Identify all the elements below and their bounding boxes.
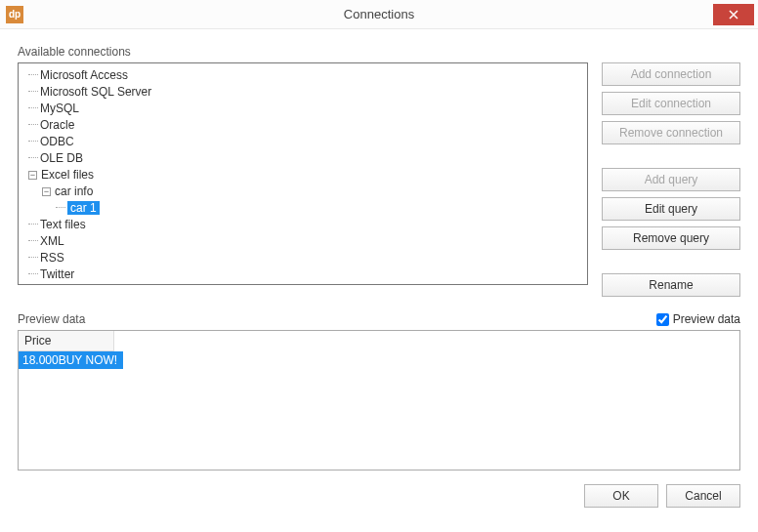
collapse-icon[interactable]: − xyxy=(42,187,51,196)
preview-data-checkbox-wrap[interactable]: Preview data xyxy=(656,312,740,326)
tree-item[interactable]: MySQL xyxy=(28,101,581,117)
ok-button[interactable]: OK xyxy=(584,484,658,508)
preview-data-label: Preview data xyxy=(18,312,85,326)
remove-query-button[interactable]: Remove query xyxy=(602,226,740,250)
connections-tree[interactable]: Microsoft Access Microsoft SQL Server My… xyxy=(18,62,588,285)
tree-item-carinfo[interactable]: −car info car 1 xyxy=(42,184,581,217)
tree-item-excel[interactable]: −Excel files −car info car 1 xyxy=(28,167,581,217)
tree-item[interactable]: Twitter xyxy=(28,266,581,283)
dialog-footer: OK Cancel xyxy=(18,484,740,508)
add-connection-button[interactable]: Add connection xyxy=(602,62,740,86)
available-connections-label: Available connections xyxy=(18,45,740,59)
cancel-button[interactable]: Cancel xyxy=(666,484,740,508)
tree-item[interactable]: ODBC xyxy=(28,134,581,150)
tree-item[interactable]: Microsoft SQL Server xyxy=(28,84,581,101)
preview-data-checkbox-label: Preview data xyxy=(673,312,740,326)
window-title: Connections xyxy=(0,7,758,21)
tree-item[interactable]: Oracle xyxy=(28,117,581,134)
action-buttons: Add connection Edit connection Remove co… xyxy=(602,62,740,297)
collapse-icon[interactable]: − xyxy=(28,171,37,180)
tree-item[interactable]: XML xyxy=(28,233,581,250)
rename-button[interactable]: Rename xyxy=(602,273,740,297)
grid-column-header[interactable]: Price xyxy=(19,331,114,351)
grid-cell[interactable]: 18.000BUY NOW! xyxy=(19,351,123,369)
edit-query-button[interactable]: Edit query xyxy=(602,197,740,221)
tree-item[interactable]: Text files xyxy=(28,217,581,233)
add-query-button[interactable]: Add query xyxy=(602,168,740,191)
tree-item[interactable]: Microsoft Access xyxy=(28,67,581,84)
preview-data-checkbox[interactable] xyxy=(656,313,669,326)
preview-grid[interactable]: Price 18.000BUY NOW! xyxy=(18,330,740,471)
tree-item[interactable]: RSS xyxy=(28,250,581,266)
tree-item[interactable]: OLE DB xyxy=(28,150,581,167)
tree-item-car1[interactable]: car 1 xyxy=(56,200,581,217)
titlebar: dp Connections xyxy=(0,0,758,29)
remove-connection-button[interactable]: Remove connection xyxy=(602,121,740,144)
edit-connection-button[interactable]: Edit connection xyxy=(602,92,740,115)
